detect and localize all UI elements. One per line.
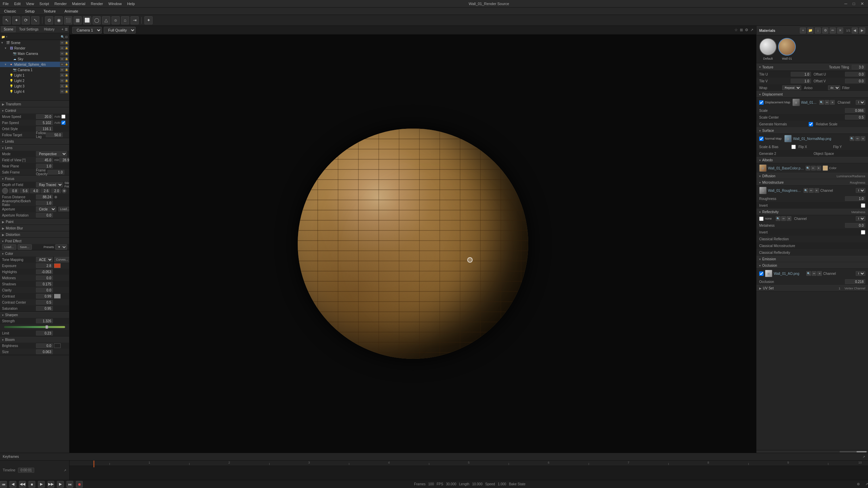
tree-item-render[interactable]: ▾ 🖼 Render 👁 🔒: [0, 45, 69, 51]
materials-icon5[interactable]: ✏: [830, 27, 836, 34]
menu-script[interactable]: Script: [39, 2, 49, 6]
focus-distance-input[interactable]: [36, 195, 53, 199]
tree-item-camera1[interactable]: 📷 Camera 1 👁 🔒: [0, 67, 69, 73]
nav-classic[interactable]: Classic: [2, 8, 18, 14]
tree-collapse[interactable]: ⊟: [65, 35, 68, 39]
tree-search[interactable]: 🔍: [61, 35, 64, 39]
materials-icon2[interactable]: 📁: [807, 27, 813, 34]
materials-arrow-left[interactable]: ◀: [852, 27, 858, 34]
close-btn[interactable]: ✕: [859, 1, 865, 6]
displacement-section-header[interactable]: ▾ Displacement: [756, 91, 868, 98]
occ-icon-browse[interactable]: 🔍: [806, 271, 811, 276]
norm-icon-x[interactable]: ✕: [861, 136, 865, 141]
displacement-check[interactable]: [759, 100, 764, 105]
tool-extra1[interactable]: ✦: [144, 16, 153, 24]
tool-obj5[interactable]: ⬜: [83, 16, 91, 24]
metalness-invert-check[interactable]: [861, 230, 865, 235]
albedo-icon-x[interactable]: ✕: [816, 166, 821, 170]
fov-input[interactable]: [36, 158, 53, 162]
disp-icon-clear[interactable]: ✏: [825, 100, 829, 105]
roughness-thumb[interactable]: ▦: [759, 187, 767, 194]
albedo-icon-edit[interactable]: ✏: [811, 166, 816, 170]
albedo-icon-browse[interactable]: 🔍: [806, 166, 810, 170]
dof-val3[interactable]: [30, 188, 40, 193]
tab-scene[interactable]: Scene: [1, 26, 16, 32]
light2-eye[interactable]: 👁: [60, 79, 64, 83]
rough-icon-x[interactable]: ✕: [814, 188, 819, 193]
occlusion-value-input[interactable]: [845, 279, 865, 284]
timeline-expand[interactable]: ↗: [64, 469, 66, 472]
viewport-icon1[interactable]: ☆: [734, 28, 738, 32]
texture-tiling-input[interactable]: [852, 65, 865, 69]
albedo-section-header[interactable]: ▾ Albedo: [756, 157, 868, 163]
light4-lock[interactable]: 🔒: [64, 89, 68, 94]
bloom-brightness-input[interactable]: [36, 343, 53, 348]
anamorphic-input[interactable]: [36, 201, 53, 205]
mode-select[interactable]: Perspective: [36, 151, 67, 157]
limits-header[interactable]: ▾ Limits: [0, 138, 69, 144]
material-item-wall01[interactable]: Wall 01: [778, 38, 796, 60]
menu-render[interactable]: Render: [54, 2, 66, 6]
light3-lock[interactable]: 🔒: [64, 84, 68, 88]
surface-section-header[interactable]: ▾ Surface: [756, 127, 868, 134]
sharpen-slider-thumb[interactable]: [45, 325, 48, 329]
exposure-input[interactable]: [36, 263, 53, 268]
materials-icon3[interactable]: ↓: [815, 27, 821, 34]
move-speed-auto[interactable]: [61, 115, 65, 119]
tool-move[interactable]: ✦: [12, 16, 20, 24]
pan-speed-input[interactable]: [36, 120, 53, 125]
nav-animate[interactable]: Animate: [62, 8, 80, 14]
tool-obj9[interactable]: ⌂: [121, 16, 129, 24]
tab-tool-settings[interactable]: Tool Settings: [17, 27, 40, 32]
microstructure-section-header[interactable]: ▾ Microstructure Roughness: [756, 179, 868, 186]
sharpen-header[interactable]: ▾ Sharpen: [0, 312, 69, 318]
occlusion-section-header[interactable]: ▾ Occlusion: [756, 262, 868, 269]
occ-icon-edit[interactable]: ✏: [812, 271, 816, 276]
post-load-btn[interactable]: Load...: [2, 244, 16, 250]
light4-eye[interactable]: 👁: [60, 89, 64, 94]
albedo-thumb[interactable]: ▦: [759, 164, 767, 172]
play-btn[interactable]: ▶: [38, 481, 45, 488]
material-item-default[interactable]: Default: [759, 38, 777, 60]
post-save-btn[interactable]: Save...: [18, 244, 32, 250]
bloom-size-input[interactable]: [36, 349, 53, 354]
displacement-thumb[interactable]: ▦: [792, 99, 800, 106]
roughness-invert-check[interactable]: [861, 203, 865, 208]
scroll-bar-right[interactable]: [840, 451, 867, 452]
sky-eye[interactable]: 👁: [60, 57, 64, 61]
dof-val4[interactable]: [41, 188, 50, 193]
occlusion-check[interactable]: [759, 271, 764, 276]
tree-item-sky[interactable]: ☁ Sky 👁 🔒: [0, 56, 69, 62]
bloom-header[interactable]: ▾ Bloom: [0, 337, 69, 343]
aperture-select[interactable]: Circle: [36, 206, 56, 212]
aperture-load-btn[interactable]: Load...: [58, 207, 69, 211]
play-to-start-btn[interactable]: ⏮: [0, 481, 7, 488]
norm-icon-edit[interactable]: ✏: [855, 136, 860, 141]
sphere-lock[interactable]: 🔒: [64, 62, 68, 66]
disp-icon-browse[interactable]: 🔍: [819, 100, 824, 105]
tool-rotate[interactable]: ⟳: [22, 16, 30, 24]
materials-icon6[interactable]: ✕: [837, 27, 843, 34]
saturation-input[interactable]: [36, 306, 53, 311]
dof-val5[interactable]: [51, 188, 61, 193]
metal-icon-browse[interactable]: 🔍: [776, 216, 781, 221]
post-effect-header[interactable]: ▾ Post Effect: [0, 238, 69, 244]
contrast-input[interactable]: [36, 294, 53, 299]
tool-select[interactable]: ↖: [3, 16, 11, 24]
roughness-value-input[interactable]: [845, 196, 865, 201]
pan-speed-auto[interactable]: [61, 121, 65, 125]
tone-mapping-select[interactable]: ACES: [36, 257, 53, 262]
materials-icon4[interactable]: ⚙: [822, 27, 828, 34]
wrap-select[interactable]: Repeat: [782, 85, 801, 90]
aniso-select[interactable]: 4x: [828, 85, 840, 90]
albedo-color[interactable]: [823, 165, 828, 171]
play-to-end-btn[interactable]: ⏭: [66, 481, 73, 488]
tool-obj10[interactable]: ⇥: [131, 16, 139, 24]
metalness-value-input[interactable]: [845, 223, 865, 228]
paint-header[interactable]: ▶ Paint: [0, 219, 69, 225]
rough-icon-edit[interactable]: ✏: [809, 188, 814, 193]
minimize-btn[interactable]: ─: [843, 1, 849, 6]
quality-select[interactable]: Full Quality: [104, 27, 136, 34]
texture-section-header[interactable]: ▾ Texture Texture Tiling: [756, 63, 868, 71]
tool-obj1[interactable]: ⊙: [45, 16, 53, 24]
